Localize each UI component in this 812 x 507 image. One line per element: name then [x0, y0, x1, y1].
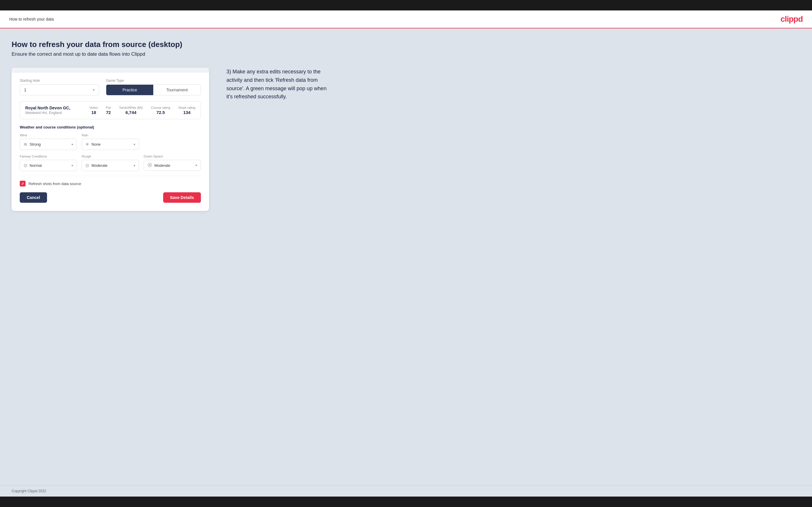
rough-left: ⊙ Moderate: [85, 163, 107, 168]
wind-left: ≋ Strong: [23, 142, 41, 147]
rain-chevron: ▾: [134, 143, 135, 147]
page-subheading: Ensure the correct and most up to date d…: [12, 51, 800, 57]
header-title: How to refresh your data: [9, 17, 54, 21]
conditions-row-1: Wind ≋ Strong ▾ Rain ✳ None: [20, 133, 201, 150]
starting-hole-group: Starting Hole 1 ▾: [20, 78, 99, 96]
stat-course-rating-label: Course rating: [151, 106, 170, 109]
copyright-text: Copyright Clippd 2022: [12, 489, 46, 493]
stat-course-rating-value: 72.5: [151, 110, 170, 115]
save-details-button[interactable]: Save Details: [163, 192, 201, 203]
stat-slope-rating: Slope rating 134: [178, 106, 195, 115]
fairway-value: Normal: [30, 163, 42, 168]
button-row: Cancel Save Details: [20, 192, 201, 203]
wind-value: Strong: [30, 142, 41, 147]
wind-chevron: ▾: [71, 143, 73, 147]
top-bar: [0, 0, 812, 10]
starting-hole-select[interactable]: 1 ▾: [20, 84, 99, 96]
card-top-strip: [12, 68, 209, 73]
game-type-label: Game Type: [106, 78, 201, 83]
divider: [20, 176, 201, 176]
cancel-button[interactable]: Cancel: [20, 192, 47, 203]
wind-icon: ≋: [23, 142, 27, 147]
green-speed-label: Green Speed: [144, 155, 201, 158]
stat-yards: Yards/White (M)) 6,744: [119, 106, 143, 115]
conditions-heading: Weather and course conditions (optional): [20, 125, 201, 129]
refresh-checkbox-row: Refresh shots from data source: [20, 181, 201, 186]
header: How to refresh your data clippd: [0, 10, 812, 29]
starting-hole-label: Starting Hole: [20, 78, 99, 83]
main-content: How to refresh your data from source (de…: [0, 29, 812, 485]
rough-select[interactable]: ⊙ Moderate ▾: [82, 160, 139, 171]
rain-icon: ✳: [85, 142, 89, 147]
stat-slope-rating-value: 134: [178, 110, 195, 115]
rain-select[interactable]: ✳ None ▾: [82, 138, 139, 150]
course-info: Royal North Devon GC, Westward Ho!, Engl…: [25, 106, 70, 115]
green-speed-select[interactable]: ⦿ Moderate ▾: [144, 160, 201, 171]
stat-par-label: Par: [106, 106, 111, 109]
green-speed-left: ⦿ Moderate: [148, 163, 170, 168]
fairway-label: Fairway Conditions: [20, 155, 77, 158]
logo: clippd: [781, 14, 803, 24]
stat-slope-rating-label: Slope rating: [178, 106, 195, 109]
green-speed-icon: ⦿: [148, 163, 152, 168]
rough-value: Moderate: [92, 163, 107, 168]
rain-group: Rain ✳ None ▾: [82, 133, 139, 150]
starting-hole-value: 1: [24, 88, 27, 92]
course-name: Royal North Devon GC,: [25, 106, 70, 110]
wind-select[interactable]: ≋ Strong ▾: [20, 138, 77, 150]
course-location: Westward Ho!, England: [25, 111, 70, 115]
stat-holes-value: 18: [90, 110, 98, 115]
practice-button[interactable]: Practice: [106, 85, 154, 95]
fairway-icon: ⊙: [23, 163, 27, 168]
content-area: Starting Hole 1 ▾ Game Type Practice Tou…: [12, 68, 800, 211]
rough-group: Rough ⊙ Moderate ▾: [82, 155, 139, 171]
stat-par: Par 72: [106, 106, 111, 115]
rough-icon: ⊙: [85, 163, 89, 168]
fairway-select[interactable]: ⊙ Normal ▾: [20, 160, 77, 171]
rain-label: Rain: [82, 133, 139, 137]
rough-chevron: ▾: [134, 164, 135, 168]
bottom-bar: [0, 497, 812, 507]
rain-left: ✳ None: [85, 142, 100, 147]
refresh-checkbox[interactable]: [20, 181, 26, 186]
sidebar-description: 3) Make any extra edits necessary to the…: [226, 68, 331, 101]
fairway-group: Fairway Conditions ⊙ Normal ▾: [20, 155, 77, 171]
stat-par-value: 72: [106, 110, 111, 115]
tournament-button[interactable]: Tournament: [153, 85, 201, 95]
green-speed-group: Green Speed ⦿ Moderate ▾: [144, 155, 201, 171]
green-speed-chevron: ▾: [195, 163, 197, 167]
page-heading: How to refresh your data from source (de…: [12, 40, 800, 49]
rain-value: None: [92, 142, 100, 147]
stat-holes-label: Holes: [90, 106, 98, 109]
fairway-chevron: ▾: [71, 164, 73, 168]
footer: Copyright Clippd 2022: [0, 485, 812, 497]
game-type-group: Game Type Practice Tournament: [106, 78, 201, 96]
course-stats: Holes 18 Par 72 Yards/White (M)) 6,744 C…: [90, 106, 195, 115]
game-type-toggle: Practice Tournament: [106, 84, 201, 96]
form-card: Starting Hole 1 ▾ Game Type Practice Tou…: [12, 68, 209, 211]
fairway-left: ⊙ Normal: [23, 163, 42, 168]
stat-holes: Holes 18: [90, 106, 98, 115]
refresh-checkbox-label: Refresh shots from data source: [29, 181, 81, 186]
wind-group: Wind ≋ Strong ▾: [20, 133, 77, 150]
wind-label: Wind: [20, 133, 77, 137]
top-select-row: Starting Hole 1 ▾ Game Type Practice Tou…: [20, 78, 201, 96]
stat-yards-value: 6,744: [119, 110, 143, 115]
conditions-row-2: Fairway Conditions ⊙ Normal ▾ Rough ⊙: [20, 155, 201, 171]
starting-hole-chevron: ▾: [93, 88, 95, 92]
green-speed-value: Moderate: [154, 163, 170, 168]
stat-yards-label: Yards/White (M)): [119, 106, 143, 109]
empty-group: [144, 133, 201, 150]
course-row: Royal North Devon GC, Westward Ho!, Engl…: [20, 101, 201, 119]
rough-label: Rough: [82, 155, 139, 158]
stat-course-rating: Course rating 72.5: [151, 106, 170, 115]
